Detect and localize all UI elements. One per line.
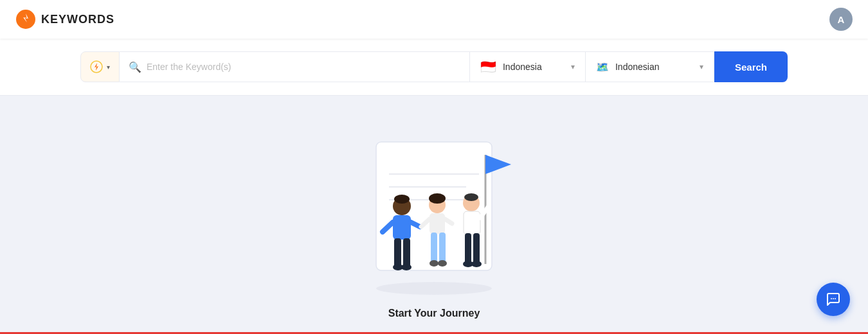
svg-point-39 <box>835 298 836 299</box>
language-selector[interactable]: 🗺️ Indonesian ▾ <box>586 51 714 82</box>
logo: KEYWORDS <box>15 9 114 30</box>
svg-point-37 <box>831 298 832 299</box>
country-selector[interactable]: 🇮🇩 Indonesia ▾ <box>470 51 586 82</box>
language-chevron-icon: ▾ <box>700 62 703 71</box>
keyword-input[interactable] <box>147 62 460 72</box>
svg-rect-30 <box>465 233 471 264</box>
country-chevron-icon: ▾ <box>571 62 575 71</box>
keyword-input-wrap: 🔍 <box>120 51 470 82</box>
svg-point-10 <box>394 195 410 204</box>
svg-point-19 <box>429 193 446 204</box>
search-button[interactable]: Search <box>714 51 788 82</box>
svg-point-38 <box>833 298 834 299</box>
svg-point-15 <box>401 264 411 270</box>
svg-marker-35 <box>485 155 511 174</box>
svg-point-28 <box>464 193 478 201</box>
country-flag: 🇮🇩 <box>480 60 496 73</box>
svg-rect-29 <box>464 211 480 234</box>
main-content: Start Your Journey <box>0 96 868 333</box>
svg-rect-31 <box>473 233 480 264</box>
svg-point-23 <box>429 260 439 267</box>
svg-point-33 <box>471 261 482 267</box>
map-icon: 🗺️ <box>596 61 609 73</box>
illustration-container <box>344 123 524 303</box>
navbar: KEYWORDS A <box>0 0 868 39</box>
search-bar-inner: ▾ 🔍 🇮🇩 Indonesia ▾ 🗺️ Indonesian ▾ Searc… <box>80 51 788 82</box>
svg-point-24 <box>438 260 447 267</box>
chat-button[interactable] <box>817 283 850 316</box>
illustration <box>344 123 524 303</box>
brand-name: KEYWORDS <box>41 13 114 26</box>
svg-rect-12 <box>394 238 401 267</box>
lightning-icon <box>90 60 103 73</box>
search-input-icon: 🔍 <box>129 61 141 73</box>
logo-icon <box>15 9 36 30</box>
mode-selector[interactable]: ▾ <box>80 51 120 82</box>
country-label: Indonesia <box>503 62 565 72</box>
chat-icon <box>826 292 841 307</box>
mode-chevron-icon: ▾ <box>107 64 110 71</box>
svg-rect-22 <box>439 233 446 263</box>
tagline: Start Your Journey <box>388 308 480 319</box>
svg-rect-11 <box>393 215 411 240</box>
svg-point-0 <box>16 10 35 29</box>
language-label: Indonesian <box>615 62 693 72</box>
svg-rect-13 <box>403 238 410 267</box>
avatar[interactable]: A <box>829 8 853 31</box>
svg-point-8 <box>376 282 492 295</box>
svg-rect-21 <box>431 233 437 263</box>
svg-rect-20 <box>429 213 445 234</box>
search-bar-container: ▾ 🔍 🇮🇩 Indonesia ▾ 🗺️ Indonesian ▾ Searc… <box>0 39 868 96</box>
